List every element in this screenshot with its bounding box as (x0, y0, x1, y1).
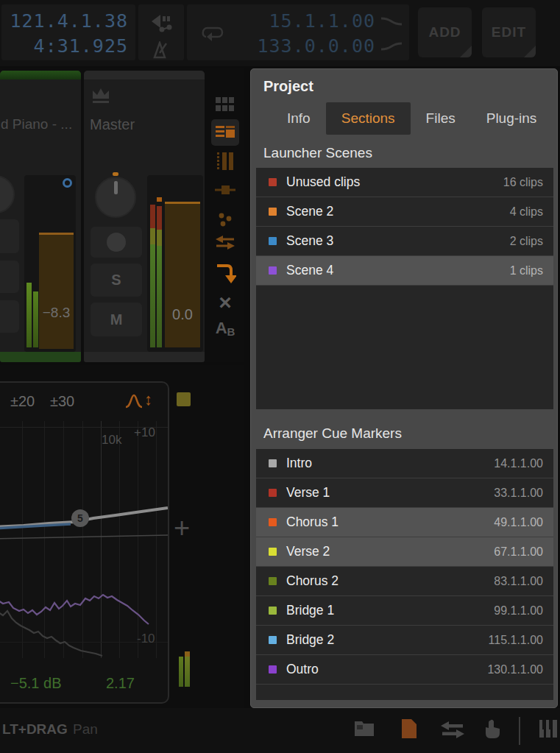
scene-value: 1 clips (510, 264, 543, 277)
cue-marker-row[interactable]: Bridge 199.1.1.00 (256, 596, 553, 626)
record-arm-button-master[interactable] (91, 227, 142, 258)
track-name[interactable]: d Piano - ... (1, 116, 72, 132)
metronome-icon[interactable] (152, 41, 171, 59)
pan-knob-master[interactable] (95, 177, 136, 218)
cue-marker-row[interactable]: Intro14.1.1.00 (256, 449, 553, 478)
cue-marker-value: 33.1.1.00 (494, 487, 543, 500)
loop-end[interactable]: 133.0.0.00 (257, 35, 375, 57)
cue-marker-color-swatch (269, 548, 277, 556)
cue-marker-value: 14.1.1.00 (494, 457, 543, 470)
knob-pointer (114, 181, 118, 194)
solo-label: S (111, 272, 121, 289)
eq-band-node[interactable]: 5 (71, 509, 89, 527)
transport-position-display[interactable]: 121.4.1.38 4:31.925 (1, 4, 135, 60)
cue-marker-row[interactable]: Outro130.1.1.00 (256, 655, 553, 685)
cue-marker-color-swatch (269, 607, 277, 615)
volume-value-track[interactable]: −8.3 (39, 305, 74, 321)
cue-marker-color-swatch (269, 665, 277, 674)
volume-value-master[interactable]: 0.0 (165, 306, 200, 323)
time-position[interactable]: 4:31.925 (34, 35, 128, 57)
cue-marker-color-swatch (269, 636, 277, 644)
level-meter-left (26, 283, 32, 347)
tab-info[interactable]: Info (272, 102, 326, 135)
cue-marker-color-swatch (269, 489, 277, 497)
grid-view-icon[interactable] (216, 97, 235, 112)
transport-bar: 121.4.1.38 4:31.925 15.1.1.00 (0, 0, 560, 66)
cue-marker-row[interactable]: Verse 133.1.1.00 (256, 478, 553, 508)
wave-curve-icon[interactable] (380, 40, 403, 53)
solo-button-track[interactable] (0, 261, 19, 293)
add-button-label: ADD (428, 24, 461, 40)
eq-band-number: 5 (77, 512, 83, 524)
scene-row[interactable]: Unused clips16 clips (256, 168, 553, 197)
tab-plugins[interactable]: Plug-ins (471, 102, 553, 135)
cue-marker-color-swatch (269, 577, 277, 585)
pan-knob-track[interactable] (0, 175, 15, 213)
mute-button-track[interactable] (0, 300, 19, 333)
io-routing-icon[interactable] (216, 236, 235, 250)
channel-strip-piano[interactable]: d Piano - ... −8.3 (0, 71, 81, 362)
cue-marker-label: Verse 1 (286, 485, 494, 501)
device-chain-icon[interactable] (215, 184, 235, 196)
fade-curve-icon[interactable] (380, 15, 403, 28)
cue-marker-label: Outro (286, 662, 487, 677)
launcher-scenes-title: Launcher Scenes (263, 145, 372, 161)
scene-value: 4 clips (510, 205, 543, 219)
edit-button[interactable]: EDIT (482, 7, 536, 57)
clip-launcher-icon[interactable] (216, 152, 234, 171)
automation-indicator[interactable] (63, 178, 72, 188)
cue-marker-label: Bridge 1 (286, 603, 494, 618)
scene-row[interactable]: Scene 41 clips (256, 256, 553, 286)
scene-label: Unused clips (286, 174, 503, 190)
cue-marker-row[interactable]: Verse 267.1.1.00 (256, 537, 553, 567)
scene-row[interactable]: Scene 32 clips (256, 227, 553, 256)
mixer-view-icon[interactable] (211, 119, 239, 146)
master-name[interactable]: Master (90, 116, 135, 133)
swap-arrows-icon[interactable] (441, 721, 464, 739)
cue-marker-value: 115.1.1.00 (489, 634, 543, 647)
volume-fader-master[interactable] (165, 202, 200, 347)
cue-marker-color-swatch (269, 518, 277, 526)
loop-start[interactable]: 15.1.1.00 (269, 10, 375, 32)
punch-section (138, 4, 184, 60)
piano-keys-icon[interactable] (538, 718, 559, 739)
scene-row[interactable]: Scene 24 clips (256, 197, 553, 227)
mute-button-master[interactable]: M (91, 303, 142, 336)
meter-green-left (150, 244, 155, 347)
touch-hand-icon[interactable] (482, 718, 503, 739)
clip-file-icon[interactable] (400, 718, 418, 739)
project-panel-title: Project (263, 78, 313, 95)
volume-fader-track[interactable] (39, 233, 74, 349)
device-meter-right (185, 651, 190, 687)
punch-in-icon[interactable] (150, 13, 172, 34)
record-arm-button-track[interactable] (0, 219, 19, 253)
browser-folder-icon[interactable] (354, 718, 375, 738)
tab-sections[interactable]: Sections (326, 102, 411, 135)
scene-color-swatch (269, 178, 277, 186)
solo-button-master[interactable]: S (91, 264, 142, 297)
scene-value: 16 clips (503, 176, 543, 189)
add-button[interactable]: ADD (418, 7, 472, 57)
eq-display[interactable]: ±20 ±30 ↕ 10k +10 -10 (0, 381, 169, 704)
cue-marker-row[interactable]: Chorus 283.1.1.00 (256, 567, 553, 596)
cue-marker-row[interactable]: Bridge 2115.1.1.00 (256, 626, 553, 655)
follow-playback-icon[interactable] (214, 262, 236, 286)
channel-strip-master[interactable]: Master S M 0.0 (84, 71, 205, 362)
add-device-button[interactable]: + (174, 512, 190, 544)
sends-icon[interactable] (217, 212, 233, 228)
eq-q-value[interactable]: 2.17 (106, 675, 135, 692)
loop-icon[interactable] (200, 22, 225, 43)
cue-marker-row[interactable]: Chorus 149.1.1.00 (256, 508, 553, 537)
close-icon[interactable]: × (219, 291, 232, 314)
crown-icon (91, 87, 111, 105)
tab-files[interactable]: Files (411, 102, 471, 135)
ab-compare-icon[interactable]: AB (216, 318, 235, 338)
cue-marker-label: Chorus 2 (286, 573, 494, 589)
bar-position[interactable]: 121.4.1.38 (10, 10, 128, 32)
knob-value-dot (113, 172, 118, 176)
device-enable-toggle[interactable] (177, 392, 191, 406)
ab-a-label: A (216, 319, 227, 338)
mixer-panel: d Piano - ... −8.3 Master (0, 68, 244, 362)
eq-gain-value[interactable]: −5.1 dB (10, 675, 62, 692)
scene-color-swatch (269, 266, 277, 275)
